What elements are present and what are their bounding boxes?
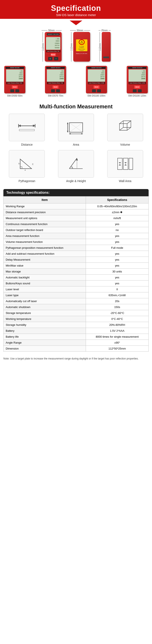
spec-item-label: Measurement unit options <box>3 215 86 221</box>
specs-header: Technology specifications: <box>3 189 149 196</box>
svg-marker-18 <box>120 121 131 124</box>
device-screen: ←2500663156632871659998 <box>46 37 60 50</box>
spec-value: yes <box>86 280 149 286</box>
function-angle-height: θ Angle & Height <box>53 150 99 183</box>
multifunction-title: Multi-function Measurement <box>4 103 148 110</box>
table-row: Laser type635nm,<1mW <box>3 292 149 298</box>
spec-item-label: Add and subtract measurement function <box>3 251 86 257</box>
svg-rect-0 <box>18 126 35 126</box>
function-angle-height-icon-box: θ <box>58 150 94 178</box>
distance-icon <box>17 119 36 136</box>
spec-value: m/in/ft <box>86 215 149 221</box>
function-wall-area-icon-box <box>107 150 143 178</box>
functions-grid: Distance Area <box>4 114 148 183</box>
device-label-ds120: SW-DS100 120m <box>128 94 146 97</box>
spec-value: 20s <box>86 298 149 304</box>
device-side-col: 25mm 112mm <box>99 29 111 62</box>
top-devices-row: 50mm 112mm SNDWAY SW-DS50 ←2500663156 <box>4 29 148 62</box>
spec-value: -20°C-60°C <box>86 310 149 316</box>
svg-rect-33 <box>118 158 122 170</box>
device-image-side <box>102 32 111 62</box>
spec-value: 0°C-40°C <box>86 316 149 322</box>
spec-value: yes <box>86 221 149 227</box>
spec-value: 0.05~40m/60m/80m/100m/120m <box>86 204 149 209</box>
table-row: Max storage30 units <box>3 269 149 274</box>
svg-marker-37 <box>119 164 121 165</box>
spec-value: ±90° <box>86 340 149 346</box>
spec-item-label: Angle Range <box>3 340 86 346</box>
table-row: Storage humidity20%-80%RH <box>3 322 149 328</box>
specs-table: Item Specifications Working Range0.05~40… <box>3 196 149 352</box>
specs-col-spec: Specifications <box>86 196 149 204</box>
function-volume-icon-box <box>107 114 143 141</box>
svg-marker-14 <box>69 133 71 134</box>
svg-marker-39 <box>124 164 127 165</box>
page-title: Specification <box>0 4 152 13</box>
bottom-devices-row: SNDWAY SW-DS50 ←2500663156632871619999 L… <box>4 66 148 97</box>
function-distance-label: Distance <box>21 143 32 146</box>
device-label-ds70: SW-DS70 70m <box>48 94 63 97</box>
table-row: Automatic shutdown150s <box>3 304 149 310</box>
function-distance: Distance <box>4 114 50 146</box>
specs-section: Technology specifications: Item Specific… <box>0 187 152 354</box>
function-area: Area <box>53 114 99 146</box>
svg-text:a: a <box>25 169 26 171</box>
spec-value: Full mode <box>86 245 149 251</box>
table-row: Battery life8000 times for single measur… <box>3 334 149 340</box>
note-section: Note: Use a target plate to increase the… <box>0 354 152 365</box>
spec-value: ±2mm ✱ <box>86 209 149 215</box>
device-ds100: SNDWAY SW-DS100 ←2500663156632871619998 … <box>86 66 107 97</box>
table-row: Pythagorean proposition measurement func… <box>3 245 149 251</box>
table-row: Dimension112*50*25mm <box>3 346 149 352</box>
table-row: Working temperature0°C-40°C <box>3 316 149 322</box>
spec-item-label: Min/Max value <box>3 263 86 269</box>
spec-value: 20%-80%RH <box>86 322 149 328</box>
device-ds50: SNDWAY SW-DS50 ←2500663156632871619999 L… <box>4 66 25 97</box>
device-label-ds50: SW-DS50 50m <box>7 94 22 97</box>
spec-item-label: Laser level <box>3 286 86 292</box>
device-back-col: 50mm 112mm ⚠ P ≤ 1mWλ=635nmClass II Lase… <box>70 29 90 62</box>
function-area-icon-box <box>58 114 94 141</box>
angle-height-icon: θ <box>67 156 85 172</box>
spec-value: no <box>86 227 149 233</box>
function-volume-label: Volume <box>120 143 130 146</box>
dim-height-side: 112mm <box>99 42 101 51</box>
table-row: Automatically cut off laser20s <box>3 298 149 304</box>
table-row: Working Range0.05~40m/60m/80m/100m/120m <box>3 204 149 209</box>
spec-item-label: Automatically cut off laser <box>3 298 86 304</box>
dim-height-back: 112mm <box>70 42 73 51</box>
spec-item-label: Battery life <box>3 334 86 340</box>
note-text: Note: Use a target plate to increase the… <box>3 357 139 360</box>
function-area-label: Area <box>73 143 79 146</box>
device-front-col: 50mm 112mm SNDWAY SW-DS50 ←2500663156 <box>42 29 62 62</box>
spec-value: 30 units <box>86 269 149 274</box>
spec-item-label: Storage humidity <box>3 322 86 328</box>
device-ds70: SNDWAY SW-DS70 ←2500663156632871619998 L… <box>45 66 66 97</box>
page-subtitle: SW-DS laser distance meter <box>0 13 152 17</box>
svg-text:c: c <box>32 162 34 166</box>
function-wall-area-label: Wall Area <box>119 179 131 183</box>
multifunction-section: Multi-function Measurement Distance <box>0 99 152 187</box>
dim-width-back: 50mm <box>76 29 84 32</box>
spec-item-label: Battery <box>3 328 86 334</box>
device-image-front: SNDWAY SW-DS50 ←2500663156632871659998 L… <box>45 32 62 62</box>
dim-width-front: 50mm <box>48 29 56 32</box>
spec-item-label: Dimension <box>3 346 86 352</box>
svg-rect-5 <box>19 129 34 131</box>
svg-text:θ: θ <box>72 166 73 168</box>
wall-area-icon <box>116 156 135 172</box>
function-angle-height-label: Angle & Height <box>66 179 86 183</box>
function-wall-area: Wall Area <box>102 150 148 183</box>
devices-section: 50mm 112mm SNDWAY SW-DS50 ←2500663156 <box>0 25 152 99</box>
spec-value: 8000 times for single measurement <box>86 334 149 340</box>
device-label-ds100: SW-DS100 100m <box>87 94 105 97</box>
spec-item-label: Volume measurement function <box>3 239 86 245</box>
function-distance-icon-box <box>9 114 45 141</box>
pythagorean-icon: c a b <box>17 156 36 172</box>
function-pythagorean-label: Pythagorean <box>19 179 35 183</box>
spec-value: yes <box>86 263 149 269</box>
spec-value: 1.5V 2*AAA <box>86 328 149 334</box>
spec-item-label: Working temperature <box>3 316 86 322</box>
spec-value: II <box>86 286 149 292</box>
table-row: Battery1.5V 2*AAA <box>3 328 149 334</box>
